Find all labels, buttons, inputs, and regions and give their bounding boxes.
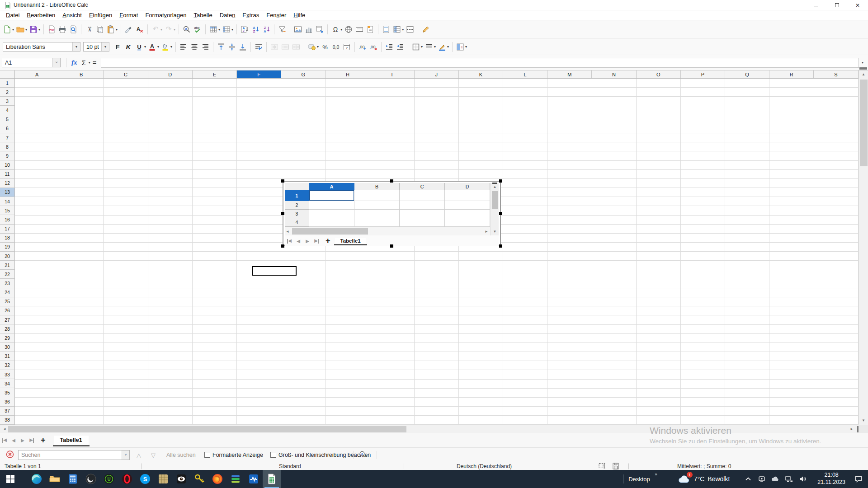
find-next-button[interactable]: ▽: [151, 451, 156, 458]
ole-grid[interactable]: [309, 190, 490, 228]
row-header-26[interactable]: 26: [0, 306, 15, 315]
close-findbar-button[interactable]: [5, 450, 14, 460]
row-header-7[interactable]: 7: [0, 133, 15, 142]
copy-button[interactable]: [94, 24, 105, 35]
taskbar-app-color-lines-tool[interactable]: [226, 470, 245, 488]
print-button[interactable]: [57, 24, 68, 35]
column-header-M[interactable]: M: [547, 70, 592, 78]
taskbar-app-microsoft-edge[interactable]: [28, 470, 46, 488]
horizontal-scrollbar[interactable]: ◄ ►: [0, 425, 868, 433]
conditional-formatting-button[interactable]: ≥▾: [455, 42, 468, 52]
checkbox-icon[interactable]: [270, 452, 276, 458]
ole-column-header-D[interactable]: D: [445, 183, 490, 190]
row-header-33[interactable]: 33: [0, 370, 15, 379]
font-name-combo[interactable]: Liberation Sans ▾: [3, 42, 80, 52]
chevron-down-icon[interactable]: ˅: [52, 58, 60, 67]
merge-cells-button[interactable]: [280, 42, 291, 52]
resize-handle-w[interactable]: [281, 212, 284, 215]
row-header-17[interactable]: 17: [0, 225, 15, 234]
resize-handle-ne[interactable]: [499, 179, 502, 183]
scroll-left-arrow[interactable]: ◄: [1, 425, 8, 433]
tray-cast-icon[interactable]: [756, 474, 768, 483]
add-decimal-button[interactable]: ,00: [357, 42, 368, 52]
chevron-down-icon[interactable]: ▾: [38, 28, 40, 32]
valign-top-button[interactable]: [216, 42, 226, 52]
paste-button[interactable]: ▾: [105, 24, 118, 35]
ole-column-header-B[interactable]: B: [354, 183, 400, 190]
page-style[interactable]: Standard: [279, 463, 301, 469]
last-sheet-button[interactable]: ▶: [27, 437, 36, 442]
row-header-36[interactable]: 36: [0, 397, 15, 406]
resize-handle-sw[interactable]: [281, 244, 284, 248]
menu-formatvorlagen[interactable]: Formatvorlagen: [142, 11, 190, 19]
chevron-down-icon[interactable]: ▾: [25, 28, 27, 32]
ole-row-header-2[interactable]: 2: [285, 201, 309, 210]
highlight-color-button[interactable]: ▾: [160, 42, 173, 52]
ole-select-all-corner[interactable]: [285, 183, 309, 190]
weather-widget[interactable]: 1 7°C Bewölkt: [677, 474, 730, 484]
autofilter-button[interactable]: [277, 24, 288, 35]
align-center-button[interactable]: [189, 42, 200, 52]
ole-vertical-scrollbar[interactable]: ▲ ▼: [491, 183, 499, 236]
draw-functions-button[interactable]: [420, 24, 431, 35]
column-header-R[interactable]: R: [769, 70, 814, 78]
font-color-button[interactable]: A▾: [147, 42, 160, 52]
column-header-Q[interactable]: Q: [725, 70, 769, 78]
chevron-down-icon[interactable]: ▾: [72, 42, 80, 51]
sheet-tab-tabelle1[interactable]: Tabelle1: [54, 436, 89, 445]
row-header-15[interactable]: 15: [0, 206, 15, 215]
tray-onedrive-icon[interactable]: [769, 474, 781, 483]
menu-fenster[interactable]: Fenster: [263, 11, 290, 19]
row-header-12[interactable]: 12: [0, 179, 15, 188]
tray-network-icon[interactable]: [783, 474, 795, 483]
taskbar-app-ios-grid-tool[interactable]: [154, 470, 172, 488]
menu-einfgen[interactable]: Einfügen: [85, 11, 116, 19]
column-header-E[interactable]: E: [193, 70, 237, 78]
chevron-down-icon[interactable]: ▾: [12, 28, 14, 32]
ole-row-header-1[interactable]: 1: [285, 190, 309, 201]
column-header-I[interactable]: I: [370, 70, 415, 78]
chevron-down-icon[interactable]: ▾: [144, 45, 146, 49]
taskbar-app-firefox[interactable]: [208, 470, 226, 488]
row-header-8[interactable]: 8: [0, 142, 15, 151]
sort-ascending-button[interactable]: AZ: [250, 24, 261, 35]
row-header-32[interactable]: 32: [0, 361, 15, 370]
row-header-3[interactable]: 3: [0, 97, 15, 106]
function-wizard-button[interactable]: fx: [69, 59, 80, 66]
column-header-L[interactable]: L: [503, 70, 547, 78]
column-header-C[interactable]: C: [104, 70, 148, 78]
ole-vertical-scroll-thumb[interactable]: [492, 191, 498, 209]
border-color-button[interactable]: ▾: [437, 42, 450, 52]
headers-footers-button[interactable]: [381, 24, 392, 35]
ole-column-header-C[interactable]: C: [400, 183, 445, 190]
split-window-button[interactable]: [405, 24, 415, 35]
print-preview-button[interactable]: [68, 24, 79, 35]
match-case-option[interactable]: Groß- und Kleinschreibung beachten: [270, 452, 371, 458]
maximize-button[interactable]: [826, 0, 847, 10]
export-pdf-button[interactable]: PDF: [46, 24, 57, 35]
row-header-38[interactable]: 38: [0, 416, 15, 425]
row-header-9[interactable]: 9: [0, 151, 15, 160]
sum-average-status[interactable]: Mittelwert: ; Summe: 0: [677, 463, 731, 469]
minimize-button[interactable]: [806, 0, 826, 10]
row-header-20[interactable]: 20: [0, 252, 15, 261]
sum-button[interactable]: Σ: [80, 59, 88, 66]
column-header-G[interactable]: G: [281, 70, 326, 78]
menu-tabelle[interactable]: Tabelle: [190, 11, 216, 19]
column-header-O[interactable]: O: [637, 70, 681, 78]
horizontal-scroll-thumb[interactable]: [8, 426, 406, 432]
chevron-down-icon[interactable]: ▾: [231, 28, 233, 32]
column-header-A[interactable]: A: [15, 70, 59, 78]
row-header-5[interactable]: 5: [0, 115, 15, 124]
chevron-down-icon[interactable]: ▾: [421, 45, 423, 49]
ole-horizontal-scrollbar[interactable]: ◄ ►: [285, 227, 490, 235]
increase-indent-button[interactable]: [384, 42, 395, 52]
row-header-30[interactable]: 30: [0, 343, 15, 352]
column-header-S[interactable]: S: [814, 70, 858, 78]
document-modified-icon[interactable]: [611, 461, 619, 471]
row-header-25[interactable]: 25: [0, 297, 15, 306]
vertical-scrollbar[interactable]: ▲ ▼: [859, 70, 868, 425]
sort-descending-button[interactable]: ZA: [261, 24, 272, 35]
menu-extras[interactable]: Extras: [239, 11, 263, 19]
resize-handle-s[interactable]: [390, 244, 393, 248]
